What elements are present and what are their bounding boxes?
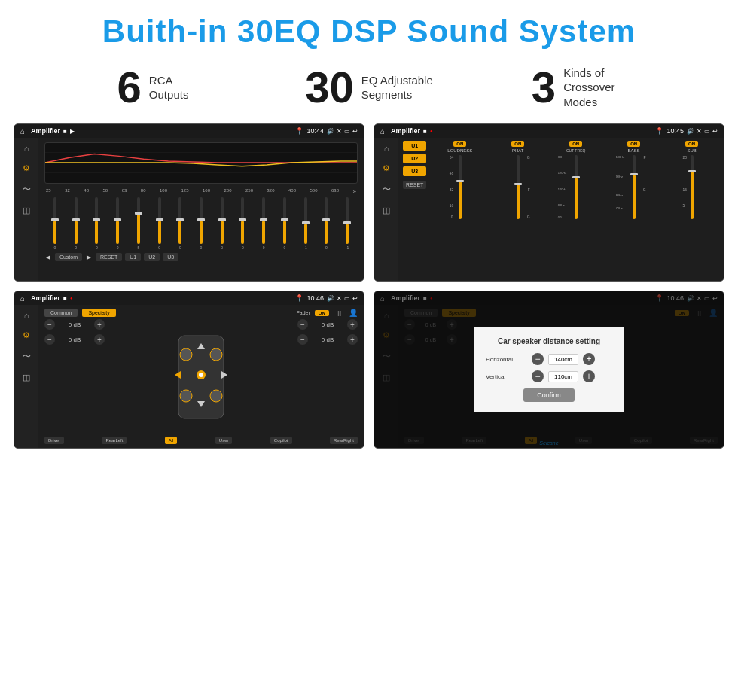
amp-preset-u1[interactable]: U1: [403, 141, 426, 151]
slider-9: 0: [213, 197, 231, 250]
fader-status-icons: 🔊 ✕ ▭ ↩: [327, 295, 358, 302]
loudness-toggle[interactable]: ON: [453, 141, 466, 147]
amp-controls: ON LOUDNESS 64 48 32 16 0: [432, 141, 719, 219]
fader-sidebar-eq[interactable]: ⚙: [23, 330, 30, 340]
eq-main-area: 2532405063 80100125160200 25032040050063…: [38, 138, 364, 281]
db-br-minus[interactable]: −: [297, 334, 308, 345]
amp-preset-u3[interactable]: U3: [403, 166, 426, 176]
horizontal-plus-btn[interactable]: +: [583, 353, 595, 365]
amp-sidebar-home[interactable]: ⌂: [384, 144, 389, 153]
eq-close-icon[interactable]: ✕: [337, 128, 342, 135]
db-control-br: − 0 dB +: [297, 334, 358, 345]
eq-sidebar-wave[interactable]: 〜: [23, 184, 31, 195]
fader-btn-user[interactable]: User: [215, 437, 233, 444]
phat-toggle[interactable]: ON: [511, 141, 524, 147]
eq-back-icon[interactable]: ↩: [352, 128, 358, 135]
slider-4: 0: [108, 197, 127, 250]
sub-slider[interactable]: 20 15 5: [691, 155, 694, 219]
fader-close-icon[interactable]: ✕: [337, 295, 342, 302]
fader-sidebar-home[interactable]: ⌂: [24, 311, 29, 320]
db-tr-minus[interactable]: −: [297, 319, 308, 330]
amp-back-icon[interactable]: ↩: [712, 128, 718, 135]
fader-tab-specialty[interactable]: Specialty: [82, 309, 115, 317]
eq-window-icon[interactable]: ▭: [344, 128, 350, 135]
fader-content: − 0 dB + − 0 dB +: [44, 319, 358, 434]
slider-12: 0: [276, 197, 294, 250]
db-control-tr: − 0 dB +: [297, 319, 358, 330]
eq-u1-btn[interactable]: U1: [125, 253, 141, 261]
bass-toggle[interactable]: ON: [627, 141, 640, 147]
confirm-button[interactable]: Confirm: [523, 388, 575, 402]
eq-time: 10:44: [306, 127, 324, 135]
sub-toggle[interactable]: ON: [685, 141, 698, 147]
loudness-slider[interactable]: 64 48 32 16 0: [459, 155, 462, 219]
eq-screen: ⌂ Amplifier ■ ▶ 📍 10:44 🔊 ✕ ▭ ↩ ⌂ ⚙ 〜 ◫: [14, 123, 364, 282]
fader-on-btn[interactable]: ON: [315, 310, 329, 316]
db-bl-plus[interactable]: +: [94, 334, 105, 345]
vertical-minus-btn[interactable]: −: [532, 370, 544, 382]
loudness-label: LOUDNESS: [447, 148, 472, 153]
eq-record-icon: ■: [63, 128, 67, 135]
horizontal-minus-btn[interactable]: −: [532, 353, 544, 365]
amp-screen-content: ⌂ ⚙ 〜 ◫ U1 U2 U3 RESET ON: [374, 138, 724, 281]
eq-number: 30: [305, 65, 354, 109]
eq-label: EQ AdjustableSegments: [361, 73, 433, 102]
amp-sidebar-eq[interactable]: ⚙: [383, 163, 390, 173]
eq-sliders-area: 0 0 0 0 5: [44, 197, 358, 250]
eq-screen-content: ⌂ ⚙ 〜 ◫: [14, 138, 364, 281]
cutfreq-toggle[interactable]: ON: [569, 141, 582, 147]
fader-window-icon[interactable]: ▭: [344, 295, 350, 302]
eq-sidebar-speaker[interactable]: ◫: [23, 205, 30, 215]
fader-sidebar-wave[interactable]: 〜: [23, 351, 31, 362]
bass-slider[interactable]: F 100Hz 90Hz 80Hz 70Hz G: [633, 155, 636, 219]
dialog-box: Car speaker distance setting Horizontal …: [474, 327, 624, 412]
db-bl-minus[interactable]: −: [44, 334, 55, 345]
eq-screen-title: Amplifier: [31, 127, 60, 135]
amp-rec-icon: ■: [423, 128, 427, 135]
amp-sidebar-wave[interactable]: 〜: [383, 184, 391, 195]
fader-sidebar-speaker[interactable]: ◫: [23, 373, 30, 382]
vertical-plus-btn[interactable]: +: [583, 370, 595, 382]
cutfreq-slider[interactable]: 3.0 120Hz 100Hz 80Hz 0.5: [575, 155, 578, 219]
fader-btn-rearright[interactable]: RearRight: [330, 437, 358, 444]
fader-screen-content: ⌂ ⚙ 〜 ◫ Common Specialty Fader ON ||| 👤: [14, 305, 364, 448]
fader-btn-driver[interactable]: Driver: [44, 437, 64, 444]
home-icon[interactable]: ⌂: [20, 127, 25, 135]
fader-left-sidebar: ⌂ ⚙ 〜 ◫: [14, 305, 38, 448]
amp-window-icon[interactable]: ▭: [704, 128, 710, 135]
amp-reset-btn[interactable]: RESET: [403, 181, 426, 189]
fader-btn-copilot[interactable]: Copilot: [270, 437, 292, 444]
db-tr-value: 0 dB: [310, 321, 345, 328]
eq-u3-btn[interactable]: U3: [163, 253, 178, 261]
eq-u2-btn[interactable]: U2: [144, 253, 160, 261]
amp-time: 10:45: [666, 127, 684, 135]
fader-btn-rearleft[interactable]: RearLeft: [102, 437, 127, 444]
db-tl-minus[interactable]: −: [44, 319, 55, 330]
eq-sidebar-home[interactable]: ⌂: [24, 144, 29, 153]
db-tr-plus[interactable]: +: [347, 319, 358, 330]
eq-next-btn[interactable]: ►: [85, 253, 93, 261]
slider-6: 0: [151, 197, 169, 250]
svg-point-9: [199, 373, 203, 377]
amp-close-icon[interactable]: ✕: [697, 128, 702, 135]
db-br-value: 0 dB: [310, 336, 345, 343]
db-br-plus[interactable]: +: [347, 334, 358, 345]
amp-preset-u2[interactable]: U2: [403, 154, 426, 163]
svg-point-4: [180, 348, 192, 361]
amp-sidebar-speaker[interactable]: ◫: [383, 205, 390, 215]
eq-sidebar-eq[interactable]: ⚙: [23, 163, 30, 173]
amp-home-icon[interactable]: ⌂: [380, 127, 385, 135]
fader-location-icon: 📍: [295, 294, 303, 302]
fader-back-icon[interactable]: ↩: [352, 295, 358, 302]
fader-time: 10:46: [306, 294, 324, 302]
slider-8: 0: [192, 197, 210, 250]
eq-prev-btn[interactable]: ◄: [44, 253, 52, 261]
db-tl-plus[interactable]: +: [94, 319, 105, 330]
eq-reset-btn[interactable]: RESET: [96, 253, 122, 261]
fader-home-icon[interactable]: ⌂: [20, 294, 25, 303]
fader-btn-all[interactable]: All: [165, 437, 178, 444]
fader-tab-common[interactable]: Common: [44, 309, 78, 317]
fader-bars: |||: [337, 309, 341, 316]
amp-left-sidebar: ⌂ ⚙ 〜 ◫: [374, 138, 398, 281]
phat-slider[interactable]: G F G: [517, 155, 520, 219]
